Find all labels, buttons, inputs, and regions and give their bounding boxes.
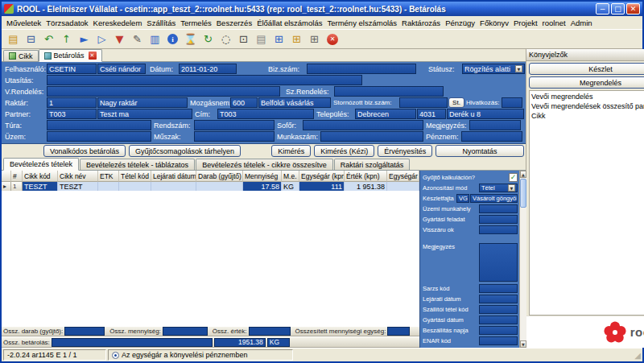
chevron-down-icon[interactable]: ▼ [508,184,515,192]
menu-admin[interactable]: Admin [568,18,595,28]
telepules-zip-field[interactable]: 4031 [417,109,446,119]
datum-field[interactable]: 2011-01-20 [179,64,237,74]
rendszam-field[interactable] [194,120,275,130]
cell-ertek-k2n[interactable]: 1 951.38 [345,182,387,191]
sofor-field[interactable] [303,120,423,130]
bookmark-item-cikk[interactable]: Cikk [531,111,644,121]
menu-torzsadatok[interactable]: Törzsadatok [43,18,90,28]
gyujto-checkbox[interactable]: ✓ [509,173,518,182]
bizszam-field[interactable] [307,64,416,74]
statusz-select[interactable]: Rögzítés alatti ▼ [462,64,525,74]
print-icon[interactable]: ⊡ [235,31,252,47]
keszlet-button[interactable]: Készlet [529,63,644,75]
tab-close-icon[interactable]: ✕ [89,52,97,60]
cell-etk[interactable] [98,182,119,191]
bookmark-item-vevoi-megrendeles[interactable]: Vevői megrendelés [531,92,644,101]
cell-me[interactable]: KG [282,182,299,191]
mozgasnem-code-field[interactable]: 600 [230,97,258,108]
grid-sum-icon[interactable]: ⊞ [306,31,323,47]
refresh-icon[interactable]: ↻ [200,31,217,47]
history-icon[interactable]: ⌛ [182,31,199,47]
undo-icon[interactable]: ↶ [40,31,57,47]
beszallitas-napja-field[interactable] [479,326,518,335]
menu-szallitas[interactable]: Szállítás [144,18,178,28]
cim-field[interactable]: T003 [217,109,314,119]
report-icon[interactable]: ▥ [147,31,163,47]
telepules-city-field[interactable]: Debrecen [355,109,416,119]
table-empty-area[interactable] [2,191,419,326]
uzemi-munkahely-field[interactable] [479,204,518,213]
visszaru-ok-field[interactable] [479,225,518,234]
table-row[interactable]: ▸ 1 TESZT TESZT 17.58 KG 111 1 951.38 [2,182,419,191]
enar-kod-field[interactable] [479,336,518,345]
menu-muveletek[interactable]: Műveletek [4,18,43,28]
title-bar[interactable]: ROOL - Élelmiszer Vállalat - csetin::app… [2,2,642,16]
keszletfajta-code-field[interactable]: VG [456,194,469,203]
kimeres-button[interactable]: Kimérés [271,145,311,157]
tura-field[interactable] [47,120,151,130]
scroll-thumb[interactable] [520,179,526,208]
raktar-code-field[interactable]: 1 [47,97,97,108]
upload-icon[interactable]: ↑ [58,31,75,47]
tab-bevetelezes-osszesitve[interactable]: Bevételezés tételek - cikkre összesítve [196,159,333,170]
maximize-button[interactable]: □ [611,3,625,14]
grid-view-icon[interactable]: ⊞ [270,31,287,47]
gyartasi-feladat-field[interactable] [479,215,518,224]
content-scrollbar[interactable]: ▲ ▼ [519,171,526,348]
cell-egysegar-kpn[interactable]: 111 [299,182,345,191]
megrendeles-button[interactable]: Megrendelés [529,76,644,89]
bookmark-item-vevoi-osszesito[interactable]: Vevői megrendelések összesítő paramétere [531,101,644,111]
nyomtatas-button[interactable]: Nyomtatás [436,145,524,157]
felhasznalo-name-field[interactable]: Cséti nándor [97,64,146,74]
sarzs-kod-field[interactable] [479,284,518,293]
cell-darab[interactable] [196,182,243,191]
menu-fokonyv[interactable]: Főkönyv [477,18,511,28]
cell-cikk-nev[interactable]: TESZT [58,182,98,191]
menu-kereskedelem[interactable]: Kereskedelem [91,18,145,28]
gyartasi-datum-field[interactable] [479,316,518,324]
gyujtocsomagolasok-button[interactable]: Gyűjtőcsomagolások tárhelyen [129,145,241,157]
megjegyzes-field[interactable] [469,120,521,130]
munkaszam-field[interactable] [320,131,423,142]
vrendeles-field[interactable] [47,86,280,97]
print-preview-icon[interactable]: ▤ [253,31,270,47]
resize-grip[interactable]: ◢ [634,351,641,360]
menu-projekt[interactable]: Projekt [511,18,540,28]
cell-cikk-kod[interactable]: TESZT [23,182,58,191]
scroll-up-icon[interactable]: ▲ [520,171,526,178]
keszletfajta-name-field[interactable]: Vásárolt göngyöleg [470,194,518,203]
cell-tetel-kod[interactable] [119,182,151,191]
penznem-field[interactable] [461,131,522,142]
tab-raktari-szolgaltatas[interactable]: Raktári szolgáltatás [334,159,411,170]
open-folder-icon[interactable]: ▤ [5,31,22,47]
info-icon[interactable]: i [167,34,178,44]
stop-icon[interactable]: ✕ [327,34,338,45]
menu-termeles[interactable]: Termelés [178,18,214,28]
tab-cikk[interactable]: Cikk [3,50,39,61]
save-icon[interactable]: ⊟ [23,31,39,47]
run-next-icon[interactable]: ▷ [93,31,110,47]
cell-egysegar[interactable] [387,182,419,191]
tab-betarolas[interactable]: Betárolás ✕ [39,49,102,62]
filter-icon[interactable]: ▼ [111,31,128,47]
menu-eloallat-elszamolas[interactable]: Élőállat elszámolás [254,18,324,28]
edit-icon[interactable]: ✎ [129,31,146,47]
scroll-down-icon[interactable]: ▼ [520,340,526,348]
menu-beszerzes[interactable]: Beszerzés [214,18,254,28]
tab-bevetelezes-tetelek[interactable]: Bevételezés tételek [3,158,79,171]
kimeres-kezi-button[interactable]: Kimérés (Kézi) [314,145,374,157]
menu-penzugy[interactable]: Pénzügy [443,18,477,28]
felhasznalo-code-field[interactable]: CSETIN [47,64,97,74]
ervenyesites-button[interactable]: Érvényesítés [378,145,432,157]
azonositas-select[interactable]: Tétel ▼ [479,184,518,192]
partner-name-field[interactable]: Teszt ma [97,109,192,119]
menu-termeny-elszamolas[interactable]: Termény elszámolás [324,18,399,28]
menu-roolnet[interactable]: roolnet [540,18,568,28]
raktar-name-field[interactable]: Nagy raktár [97,97,188,108]
hivatkozas-field[interactable] [502,97,522,108]
st-button[interactable]: St. [448,97,464,108]
currency-radio[interactable] [112,352,119,359]
minimize-button[interactable]: − [596,3,609,14]
vonalkodos-betarolas-button[interactable]: Vonalkódos betárolás [43,145,126,157]
cell-lejarati[interactable] [151,182,196,191]
